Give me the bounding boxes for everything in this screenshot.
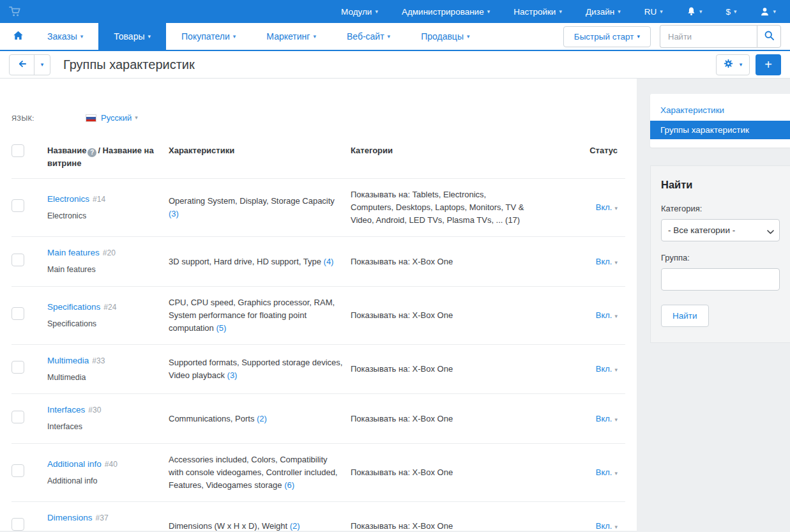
help-question-icon[interactable]: ? [87,148,96,157]
select-all-checkbox[interactable] [11,144,24,157]
topbar-menu-label: Модули [341,7,372,17]
features-count-link[interactable]: (2) [257,414,267,423]
features-count-link[interactable]: (2) [290,521,300,531]
topbar-menu-language[interactable]: RU▾ [644,7,663,17]
quick-start-label: Быстрый старт [574,32,634,42]
currency-menu[interactable]: $▾ [725,7,736,17]
features-list: Operating System, Display, Storage Capac… [169,196,335,206]
quick-start-button[interactable]: Быстрый старт▾ [563,26,651,47]
right-sidebar: Характеристики Группы характеристик Найт… [650,79,790,531]
nav-item-orders[interactable]: Заказы▾ [32,23,98,50]
row-checkbox[interactable] [11,411,24,423]
group-name-link[interactable]: Electronics [47,194,89,204]
row-checkbox[interactable] [11,199,24,212]
features-count-link[interactable]: (6) [284,480,294,490]
gear-dropdown-button[interactable]: ▾ [716,54,750,75]
group-id: #33 [92,356,105,365]
home-button[interactable] [4,23,32,50]
sidebar-item-features[interactable]: Характеристики [650,102,790,118]
group-name-link[interactable]: Interfaces [47,405,85,414]
topbar-menu-design[interactable]: Дизайн▾ [586,7,621,17]
group-name-link[interactable]: Dimensions [47,513,93,522]
categories-cell: Показывать на: X-Box One [351,443,537,501]
group-id: #24 [103,303,116,312]
features-list: CPU, CPU speed, Graphics processor, RAM,… [169,298,335,333]
status-dropdown[interactable]: Вкл. [596,202,612,212]
nav-item-label: Заказы [47,31,77,42]
features-count-link[interactable]: (5) [216,323,226,333]
features-list: 3D support, Hard drive, HD support, Type [169,257,321,266]
group-id: #30 [88,406,101,414]
status-dropdown[interactable]: Вкл. [596,467,612,477]
group-name-link[interactable]: Additional info [47,459,102,469]
cart-icon[interactable] [9,6,22,17]
features-count-link[interactable]: (3) [227,370,238,380]
status-dropdown[interactable]: Вкл. [596,364,612,374]
chevron-down-icon: ▾ [614,470,618,476]
gear-icon [724,59,733,70]
chevron-down-icon: ▾ [614,259,618,266]
table-row: Main features#20 Main features 3D suppor… [11,237,625,286]
group-input[interactable] [661,268,780,291]
admin-topbar: Модули▾ Администрирование▾ Настройки▾ Ди… [0,0,790,23]
nav-item-vendors[interactable]: Продавцы▾ [406,23,485,50]
status-dropdown[interactable]: Вкл. [596,414,612,423]
search-input[interactable] [660,25,757,48]
chevron-down-icon: ▾ [660,9,663,15]
chevron-down-icon: ▾ [734,9,737,15]
group-name-link[interactable]: Specifications [47,302,100,312]
user-menu[interactable]: ▾ [760,7,776,17]
features-list: Dimensions (W x H x D), Weight [169,521,287,531]
back-button-group: ▾ [9,54,50,75]
nav-item-label: Товары [114,31,144,42]
sidebar-item-feature-groups[interactable]: Группы характеристик [650,121,790,139]
features-nav-card: Характеристики Группы характеристик [650,94,790,148]
language-label: Язык: [11,114,86,122]
chevron-down-icon: ▾ [614,416,618,423]
nav-item-marketing[interactable]: Маркетинг▾ [251,23,331,50]
back-button[interactable] [10,55,34,75]
group-id: #14 [93,195,105,204]
topbar-menu-modules[interactable]: Модули▾ [341,7,378,17]
topbar-menu-label: RU [644,7,657,17]
nav-item-products[interactable]: Товары▾ [98,23,166,50]
topbar-menu-label: Дизайн [586,7,614,17]
category-select[interactable]: - Все категории - [661,219,780,241]
notifications-menu[interactable]: ▾ [687,6,703,17]
topbar-menu-administration[interactable]: Администрирование▾ [402,7,490,17]
row-checkbox[interactable] [11,254,24,266]
find-button[interactable]: Найти [661,305,709,327]
status-dropdown[interactable]: Вкл. [596,257,612,266]
group-name-link[interactable]: Multimedia [47,356,89,365]
features-count-link[interactable]: (4) [324,257,334,266]
nav-item-website[interactable]: Веб-сайт▾ [331,23,406,50]
row-checkbox[interactable] [11,361,24,374]
page-title: Группы характеристик [63,57,195,72]
row-checkbox[interactable] [11,307,24,320]
categories-cell: Показывать на: X-Box One [351,286,537,344]
chevron-down-icon: ▾ [233,34,236,40]
row-checkbox[interactable] [11,518,24,531]
chevron-down-icon: ▾ [313,34,316,40]
search-button[interactable] [757,25,781,48]
status-dropdown[interactable]: Вкл. [596,521,612,531]
topbar-menu-settings[interactable]: Настройки▾ [513,7,562,17]
features-count-link[interactable]: (3) [169,209,179,218]
back-history-dropdown[interactable]: ▾ [34,55,50,75]
chevron-down-icon: ▾ [148,34,151,40]
sidebar-search-panel: Найти Категория: - Все категории - Групп… [650,165,790,343]
nav-item-customers[interactable]: Покупатели▾ [166,23,251,50]
row-checkbox[interactable] [11,464,24,477]
currency-icon: $ [725,7,731,17]
add-group-button[interactable]: + [756,54,781,75]
features-list: Communications, Ports [169,414,254,423]
status-dropdown[interactable]: Вкл. [596,310,612,320]
features-list: Accessories included, Colors, Compatibil… [169,455,337,490]
group-name-link[interactable]: Main features [47,248,100,257]
table-row: Electronics#14 Electronics Operating Sys… [11,179,625,237]
language-selector[interactable]: Русский▾ [101,113,138,123]
header-name-label: Название [47,146,86,155]
home-icon [13,31,24,42]
search-panel-title: Найти [661,179,780,191]
language-row: Язык: Русский▾ [11,113,625,123]
